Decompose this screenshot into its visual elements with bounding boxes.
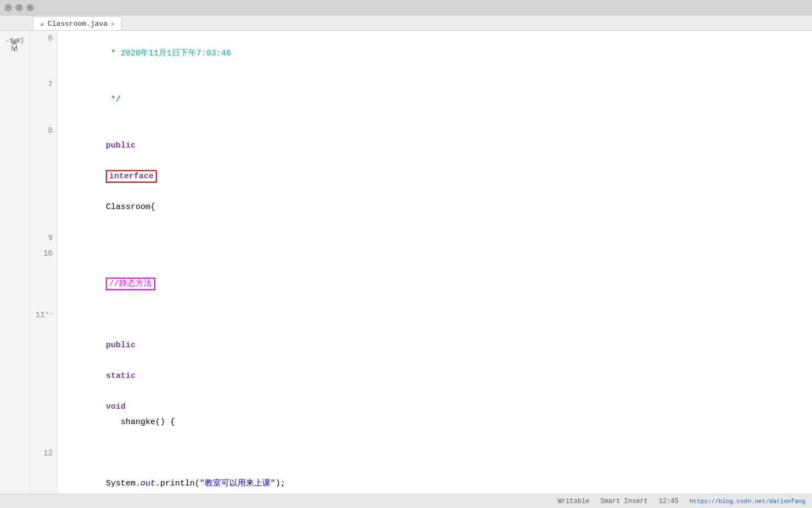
sidebar-item-version: -1.8] [4, 35, 25, 46]
classname: Classroom{ [106, 202, 155, 212]
code-line-10: 10 //静态方法 [30, 246, 812, 307]
main-layout: -1.8] 类 内 6 * 2020年11月1日下午7:03:46 7 */ 8… [0, 31, 812, 494]
code-line-8: 8 public interface Classroom{ [30, 123, 812, 230]
status-time: 12:45 [659, 498, 679, 505]
code-line-7: 7 */ [30, 77, 812, 123]
minimize-button[interactable]: — [4, 4, 12, 12]
line-number-12: 12 [30, 445, 58, 494]
close-icon[interactable]: ✕ [111, 20, 115, 27]
code-line-9: 9 [30, 230, 812, 246]
line-content-12[interactable]: System.out.println("教室可以用来上课"); [58, 445, 812, 494]
space [106, 156, 116, 166]
tab-bar: ☕ Classroom.java ✕ [0, 15, 812, 31]
line-number-8: 8 [30, 123, 58, 230]
annotation-static-method: //静态方法 [106, 278, 155, 290]
title-bar: — □ ✕ [0, 0, 812, 15]
line-content-11[interactable]: public static void shangke() { [58, 307, 812, 445]
file-tab-icon: ☕ [40, 19, 44, 28]
line-content-8[interactable]: public interface Classroom{ [58, 123, 812, 230]
code-line-11: 11° public static void shangke() { [30, 307, 812, 445]
sidebar-item-content[interactable]: 内 [9, 55, 21, 59]
line-content-10[interactable]: //静态方法 [58, 246, 812, 307]
status-url: https://blog.csdn.net/darionfang [690, 498, 805, 505]
file-tab-label: Classroom.java [48, 20, 108, 28]
line-number-10: 10 [30, 246, 58, 307]
interface-keyword-boxed: interface [106, 170, 157, 183]
comment-span: * [106, 49, 121, 58]
space2 [106, 187, 126, 196]
code-editor[interactable]: 6 * 2020年11月1日下午7:03:46 7 */ 8 public in… [30, 31, 812, 494]
comment-close: */ [106, 95, 121, 104]
date-span: 2020年11月1日下午7:03:46 [121, 49, 231, 58]
code-line-12: 12 System.out.println("教室可以用来上课"); [30, 445, 812, 494]
line-number-7: 7 [30, 77, 58, 123]
line-number-6: 6 [30, 31, 58, 77]
close-button[interactable]: ✕ [26, 4, 34, 12]
sidebar-item-classes[interactable]: 类 [9, 48, 21, 53]
line-number-11: 11° [30, 307, 58, 445]
code-line-6: 6 * 2020年11月1日下午7:03:46 [30, 31, 812, 77]
line-content-7[interactable]: */ [58, 77, 812, 123]
status-writable: Writable [558, 498, 590, 505]
sidebar: -1.8] 类 内 [0, 31, 30, 494]
keyword-public: public [106, 141, 136, 150]
line-content-6[interactable]: * 2020年11月1日下午7:03:46 [58, 31, 812, 77]
line-number-9: 9 [30, 230, 58, 246]
line-content-9[interactable] [58, 230, 812, 246]
file-tab[interactable]: ☕ Classroom.java ✕ [33, 16, 122, 30]
status-insert: Smart Insert [600, 498, 647, 505]
maximize-button[interactable]: □ [15, 4, 23, 12]
window-controls[interactable]: — □ ✕ [4, 4, 34, 12]
status-bar: Writable Smart Insert 12:45 https://blog… [0, 494, 812, 508]
